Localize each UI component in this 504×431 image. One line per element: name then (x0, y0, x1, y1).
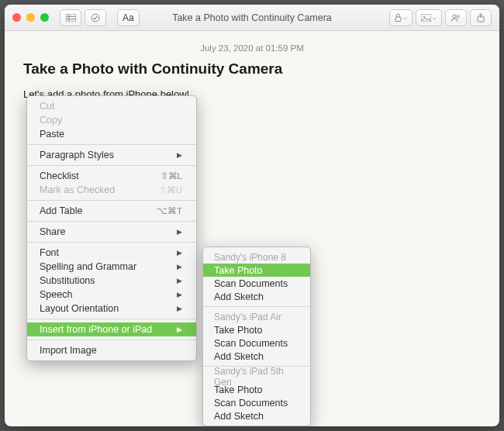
chevron-right-icon: ▶ (177, 291, 182, 298)
share-button[interactable] (470, 9, 492, 26)
device-header: Sandy's iPad Air (203, 310, 310, 323)
format-button[interactable]: Aa (117, 9, 140, 26)
media-button[interactable]: ⌵ (416, 9, 442, 26)
chevron-right-icon: ▶ (177, 263, 182, 271)
submenu-scan-documents[interactable]: Scan Documents (203, 396, 310, 409)
list-view-button[interactable] (60, 9, 81, 26)
menu-cut: Cut (27, 99, 196, 113)
lock-button[interactable]: ⌵ (389, 9, 413, 26)
menu-mark-checked: Mark as Checked⇧⌘U (27, 183, 196, 197)
submenu-scan-documents[interactable]: Scan Documents (203, 277, 310, 290)
svg-point-9 (457, 15, 459, 17)
note-heading: Take a Photo with Continuity Camera (23, 60, 481, 78)
svg-point-8 (453, 15, 456, 18)
submenu-scan-documents[interactable]: Scan Documents (203, 336, 310, 350)
zoom-icon[interactable] (40, 13, 49, 22)
device-header: Sandy's iPhone 8 (203, 250, 310, 264)
titlebar: Aa Take a Photo with Continuity Camera ⌵… (5, 5, 499, 31)
close-icon[interactable] (12, 13, 21, 22)
chevron-right-icon: ▶ (177, 228, 182, 236)
notes-window: Aa Take a Photo with Continuity Camera ⌵… (5, 5, 499, 426)
collaborate-button[interactable] (445, 9, 467, 26)
menu-add-table[interactable]: Add Table⌥⌘T (27, 204, 196, 218)
note-date: July 23, 2020 at 01:59 PM (23, 43, 481, 53)
chevron-right-icon: ▶ (177, 326, 182, 333)
menu-copy: Copy (27, 113, 196, 127)
menu-font[interactable]: Font▶ (27, 246, 196, 260)
menu-import-image[interactable]: Import Image (27, 343, 196, 357)
insert-submenu: Sandy's iPhone 8 Take Photo Scan Documen… (202, 247, 311, 426)
chevron-right-icon: ▶ (177, 249, 182, 257)
traffic-lights (12, 13, 49, 22)
svg-point-4 (91, 14, 99, 22)
menu-checklist[interactable]: Checklist⇧⌘L (27, 169, 196, 183)
chevron-right-icon: ▶ (177, 305, 182, 312)
menu-paragraph-styles[interactable]: Paragraph Styles▶ (27, 148, 196, 162)
submenu-add-sketch[interactable]: Add Sketch (203, 290, 310, 303)
submenu-add-sketch[interactable]: Add Sketch (203, 409, 310, 422)
device-header: Sandy's iPad 5th Gen (203, 370, 310, 383)
submenu-add-sketch[interactable]: Add Sketch (203, 350, 310, 363)
submenu-take-photo[interactable]: Take Photo (203, 323, 310, 336)
svg-rect-5 (395, 17, 401, 22)
svg-rect-0 (66, 14, 76, 22)
menu-spelling[interactable]: Spelling and Grammar▶ (27, 260, 196, 274)
context-menu: Cut Copy Paste Paragraph Styles▶ Checkli… (26, 95, 197, 361)
menu-insert-from-device[interactable]: Insert from iPhone or iPad▶ (27, 322, 196, 336)
checklist-button[interactable] (85, 9, 106, 26)
svg-point-7 (423, 16, 425, 17)
menu-paste[interactable]: Paste (27, 127, 196, 141)
minimize-icon[interactable] (26, 13, 35, 22)
chevron-right-icon: ▶ (177, 277, 182, 284)
menu-layout-orientation[interactable]: Layout Orientation▶ (27, 302, 196, 315)
chevron-right-icon: ▶ (177, 151, 182, 159)
menu-speech[interactable]: Speech▶ (27, 288, 196, 302)
submenu-take-photo[interactable]: Take Photo (203, 264, 310, 277)
menu-substitutions[interactable]: Substitutions▶ (27, 274, 196, 288)
menu-share[interactable]: Share▶ (27, 225, 196, 239)
